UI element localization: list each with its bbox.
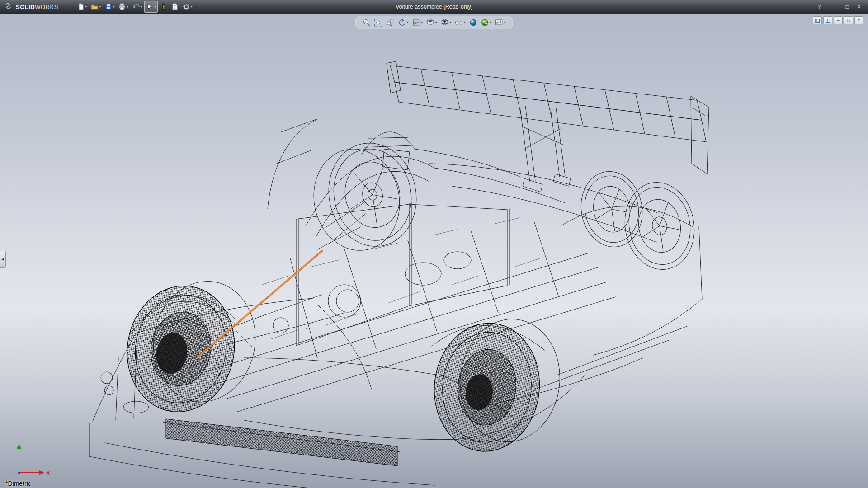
split-pane-button[interactable]: [823, 16, 832, 24]
open-button[interactable]: [89, 1, 103, 13]
help-button[interactable]: ?: [815, 3, 824, 11]
previous-view-icon: [398, 19, 406, 27]
file-properties-button[interactable]: [170, 1, 180, 13]
solidworks-window: { "window": { "brand": { "name_bold": "S…: [0, 0, 868, 488]
main-toolbar: [75, 1, 194, 13]
rear-wing: [387, 61, 709, 192]
open-folder-icon: [91, 3, 98, 10]
view-settings-button[interactable]: [494, 17, 507, 28]
rebuild-button[interactable]: [158, 1, 169, 13]
title-bar: SOLIDWORKS: [0, 0, 868, 14]
heads-up-view-toolbar: [355, 16, 513, 29]
hide-show-glasses-icon: [455, 19, 463, 27]
zoom-to-area-button[interactable]: [385, 17, 396, 28]
display-style-wireframe-icon: [440, 19, 448, 27]
edit-appearance-sphere-icon: [469, 19, 477, 27]
feature-manager-pane-button[interactable]: [813, 16, 822, 24]
triad-x-label: X: [47, 470, 50, 476]
view-settings-icon: [495, 19, 503, 27]
zoom-to-fit-icon: [374, 19, 382, 27]
dassault-3ds-logo-icon: [4, 3, 14, 11]
front-left-wheel: [117, 273, 264, 421]
undo-button[interactable]: [131, 1, 144, 13]
document-window-controls: – □ ×: [813, 16, 863, 24]
close-button[interactable]: ×: [854, 3, 863, 11]
document-close-button[interactable]: ×: [854, 16, 863, 24]
new-document-button[interactable]: [75, 1, 89, 13]
minimize-button[interactable]: –: [831, 3, 840, 11]
pane-split-icon: [826, 19, 830, 23]
reference-triad: X: [12, 440, 55, 478]
collapse-arrow-icon: ◀: [1, 258, 4, 261]
brand-name-bold: SOLID: [16, 4, 35, 10]
feature-manager-collapse-tab[interactable]: ◀: [0, 251, 6, 268]
rear-right-wheel-inner: [575, 167, 648, 252]
section-view-icon: [412, 19, 420, 27]
wireframe-car-model: [0, 14, 868, 488]
triad-z-axis: [18, 471, 20, 474]
zoom-in-out-icon: [363, 19, 371, 27]
triad-x-arrowhead: [39, 470, 44, 475]
brand-name-light: WORKS: [35, 4, 58, 10]
section-view-button[interactable]: [410, 17, 424, 28]
graphics-area[interactable]: – □ × ◀ X *Dimetric: [0, 14, 868, 488]
front-right-wheel: [305, 135, 426, 259]
zoom-to-area-icon: [386, 19, 394, 27]
select-button[interactable]: [144, 1, 158, 13]
brand: SOLIDWORKS: [0, 3, 64, 11]
undo-icon: [132, 3, 140, 10]
window-controls: ? – □ ×: [815, 3, 868, 11]
triad-y-arrowhead: [17, 444, 21, 449]
document-restore-button[interactable]: □: [844, 16, 853, 24]
new-document-icon: [77, 3, 85, 10]
edit-appearance-button[interactable]: [467, 17, 478, 28]
document-minimize-button[interactable]: –: [834, 16, 843, 24]
zoom-to-fit-button[interactable]: [373, 17, 384, 28]
zoom-in-out-button[interactable]: [361, 17, 372, 28]
pane-left-icon: [815, 19, 820, 23]
options-button[interactable]: [181, 1, 194, 13]
maximize-button[interactable]: □: [843, 3, 852, 11]
print-icon: [118, 3, 126, 10]
select-cursor-icon: [146, 3, 153, 10]
previous-view-button[interactable]: [396, 17, 410, 28]
save-floppy-icon: [105, 3, 112, 10]
file-properties-icon: [171, 3, 179, 10]
window-title: Voiture assomblee [Read-only]: [396, 4, 472, 10]
rebuild-traffic-light-icon: [160, 3, 167, 10]
display-style-button[interactable]: [439, 17, 453, 28]
hide-show-items-button[interactable]: [453, 17, 467, 28]
rear-right-wheel-outer: [618, 177, 701, 275]
options-gear-icon: [183, 3, 190, 10]
brand-name: SOLIDWORKS: [16, 4, 58, 10]
front-grille-mesh: [163, 419, 400, 466]
view-orientation-label: *Dimetric: [5, 480, 31, 487]
apply-scene-button[interactable]: [479, 17, 493, 28]
print-button[interactable]: [117, 1, 130, 13]
apply-scene-icon: [481, 19, 489, 27]
view-orientation-cube-icon: [426, 19, 434, 27]
save-button[interactable]: [103, 1, 117, 13]
view-orientation-button[interactable]: [425, 17, 439, 28]
